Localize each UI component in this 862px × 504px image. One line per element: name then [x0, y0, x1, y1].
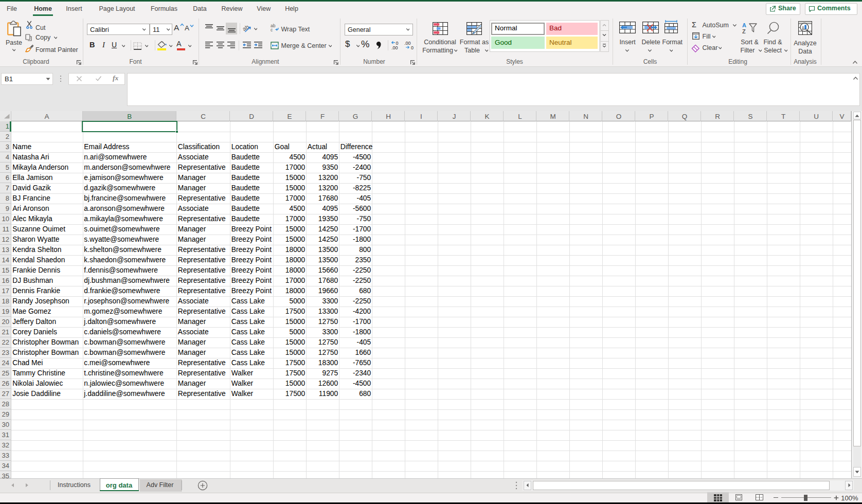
svg-text:0: 0 [411, 45, 414, 50]
svg-text:.00: .00 [404, 41, 411, 46]
svg-text:Z: Z [742, 28, 746, 34]
svg-text:A: A [742, 22, 746, 28]
svg-text:0: 0 [396, 41, 399, 46]
svg-text:.00: .00 [391, 45, 398, 50]
